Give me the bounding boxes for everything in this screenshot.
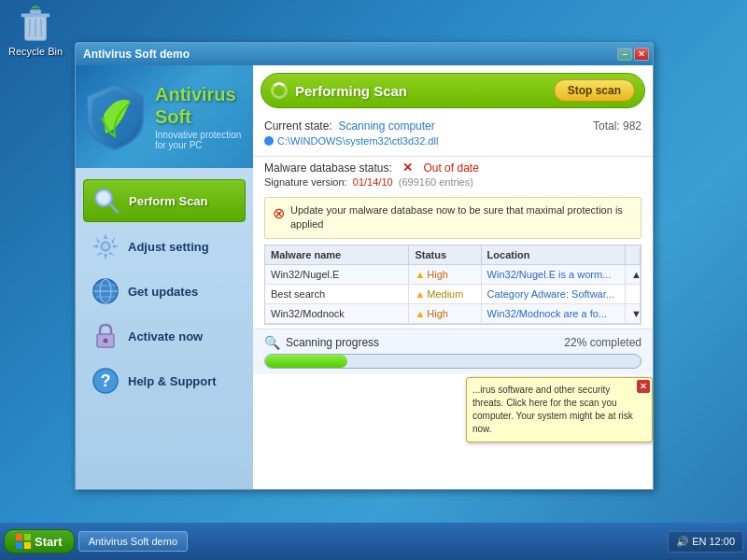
scan-file-dot	[264, 136, 274, 146]
taskbar-app-item[interactable]: Antivirus Soft demo	[78, 531, 188, 552]
warn-triangle-0: ▲	[415, 269, 425, 280]
col-header-location: Location	[482, 245, 626, 264]
logo-text: Antivirus Soft Innovative protection for…	[155, 83, 244, 150]
cell-name-1: Best search	[265, 285, 409, 303]
windows-logo-icon	[16, 534, 31, 549]
malware-db-status: Malware database status: ✕ Out of date S…	[253, 156, 653, 197]
cell-name-0: Win32/Nugel.E	[265, 265, 409, 284]
progress-pct: 22% completed	[564, 336, 641, 349]
recycle-bin-icon[interactable]: Recycle Bin	[7, 5, 63, 57]
progress-bar-fill	[265, 355, 347, 368]
malware-table: Malware name Status Location Win32/Nugel…	[264, 245, 641, 325]
cell-scroll-1	[626, 285, 641, 303]
scan-header: Performing Scan Stop scan	[261, 73, 645, 108]
db-status-value: Out of date	[423, 161, 478, 175]
db-status-label: Malware database status:	[264, 161, 392, 175]
popup-notification[interactable]: ✕ ...irus software and other security th…	[466, 377, 653, 442]
title-bar-text: Antivirus Soft demo	[83, 48, 190, 61]
cell-status-0: ▲High	[409, 265, 481, 284]
cell-scroll-0: ▲	[626, 265, 641, 284]
minimize-button[interactable]: –	[617, 48, 632, 61]
scan-state-row: Current state: Scanning computer Total: …	[264, 119, 641, 133]
sidebar: Antivirus Soft Innovative protection for…	[76, 65, 253, 489]
sig-date: 01/14/10	[353, 176, 393, 188]
gear-icon	[91, 231, 120, 261]
svg-line-8	[110, 204, 118, 212]
cell-location-0[interactable]: Win32/Nugel.E is a worm...	[482, 265, 626, 284]
progress-bar-bg	[264, 354, 641, 369]
cell-name-2: Win32/Modnock	[265, 304, 409, 323]
desktop: Recycle Bin Antivirus Soft demo – ✕	[0, 0, 747, 523]
col-header-status: Status	[409, 245, 481, 264]
cell-status-2: ▲High	[409, 304, 481, 323]
warning-icon: ⊗	[273, 204, 285, 222]
cell-location-1[interactable]: Category Adware: Softwar...	[482, 285, 626, 303]
help-icon: ?	[91, 366, 120, 396]
svg-rect-20	[16, 534, 22, 540]
svg-line-5	[41, 19, 42, 36]
logo-area: Antivirus Soft Innovative protection for…	[76, 65, 253, 168]
db-status-row: Malware database status: ✕ Out of date	[264, 161, 641, 175]
app-tagline: Innovative protection for your PC	[155, 130, 244, 150]
table-row: Win32/Modnock ▲High Win32/Modnock are a …	[265, 304, 641, 324]
current-state-value: Scanning computer	[338, 119, 434, 133]
db-sig-row: Signature version: 01/14/10 (699160 entr…	[264, 176, 641, 188]
magnifier-icon	[92, 186, 121, 216]
popup-text: ...irus software and other security thre…	[472, 385, 633, 434]
scan-file: C:\WINDOWS\system32\ctl3d32.dll	[264, 135, 641, 147]
cell-scroll-2: ▼	[626, 304, 641, 323]
warn-triangle-2: ▲	[415, 308, 425, 319]
scan-total: Total: 982	[593, 119, 641, 133]
sidebar-item-activate-now[interactable]: Activate now	[83, 315, 246, 357]
svg-point-17	[104, 339, 108, 343]
sidebar-menu: Perform Scan Adjust setting	[76, 168, 253, 413]
sidebar-item-label-perform-scan: Perform Scan	[129, 194, 208, 208]
shield-icon	[85, 82, 146, 152]
recycle-bin-label: Recycle Bin	[8, 46, 63, 57]
current-state-label: Current state:	[264, 119, 332, 133]
sidebar-item-get-updates[interactable]: Get updates	[83, 271, 246, 312]
svg-rect-22	[16, 542, 22, 549]
svg-rect-21	[24, 534, 31, 540]
scan-header-left: Performing Scan	[271, 82, 407, 99]
table-row: Win32/Nugel.E ▲High Win32/Nugel.E is a w…	[265, 265, 641, 285]
svg-point-7	[98, 192, 109, 203]
progress-label: Scanning progress	[286, 336, 379, 349]
title-bar: Antivirus Soft demo – ✕	[76, 43, 653, 65]
warn-triangle-1: ▲	[415, 288, 425, 300]
warning-box: ⊗ Update your malware database now to be…	[264, 197, 641, 239]
app-content: Antivirus Soft Innovative protection for…	[76, 65, 653, 489]
taskbar: Start Antivirus Soft demo 🔊 EN 12:00	[0, 523, 747, 560]
sidebar-item-adjust-setting[interactable]: Adjust setting	[83, 226, 246, 267]
sidebar-item-label-activate-now: Activate now	[128, 329, 203, 343]
title-bar-buttons: – ✕	[617, 48, 649, 61]
cell-location-2[interactable]: Win32/Modnock are a fo...	[482, 304, 626, 323]
main-window: Antivirus Soft demo – ✕	[75, 42, 654, 490]
cell-status-1: ▲Medium	[409, 285, 481, 303]
sidebar-item-perform-scan[interactable]: Perform Scan	[83, 179, 246, 222]
col-header-name: Malware name	[265, 245, 409, 264]
sig-entries: (699160 entries)	[399, 176, 473, 188]
sig-label: Signature version:	[264, 176, 347, 188]
warning-text: Update your malware database now to be s…	[290, 203, 633, 232]
globe-icon	[91, 276, 120, 306]
scan-info: Current state: Scanning computer Total: …	[253, 116, 653, 156]
start-button[interactable]: Start	[4, 529, 75, 553]
sidebar-item-help-support[interactable]: ? Help & Support	[83, 360, 246, 401]
scan-spinner	[271, 82, 288, 99]
scan-progress-icon: 🔍	[264, 335, 280, 350]
lock-icon	[91, 321, 120, 351]
right-content: Performing Scan Stop scan Current state:…	[253, 65, 653, 489]
stop-scan-button[interactable]: Stop scan	[554, 79, 635, 102]
close-button[interactable]: ✕	[634, 48, 649, 61]
popup-close-button[interactable]: ✕	[637, 380, 650, 393]
svg-text:?: ?	[101, 371, 111, 390]
svg-rect-2	[30, 10, 40, 15]
svg-point-10	[102, 243, 109, 250]
svg-rect-23	[24, 542, 31, 549]
db-status-icon: ✕	[402, 161, 413, 175]
sidebar-item-label-adjust-setting: Adjust setting	[128, 240, 209, 254]
app-title: Antivirus Soft	[155, 83, 244, 128]
progress-left: 🔍 Scanning progress	[264, 335, 379, 350]
progress-section: 🔍 Scanning progress 22% completed	[253, 329, 653, 374]
